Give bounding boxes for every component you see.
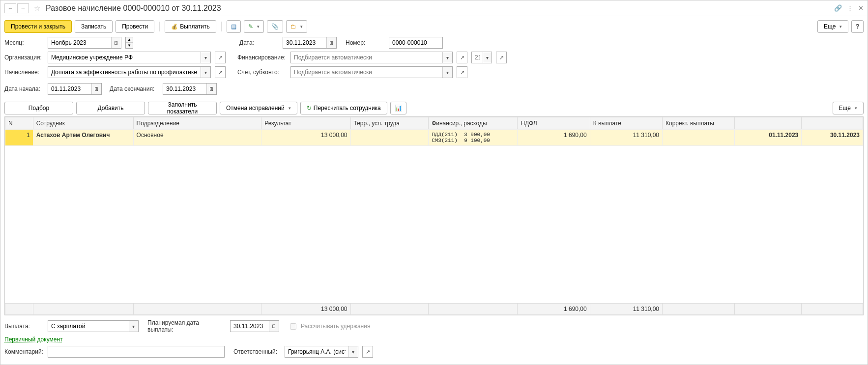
number-input[interactable] <box>389 37 442 48</box>
accrual-open-button[interactable]: ↗ <box>215 66 226 78</box>
total-topay: 11 310,00 <box>590 304 662 315</box>
link-icon[interactable]: 🔗 <box>834 4 842 12</box>
accrual-dropdown-button[interactable]: ▾ <box>201 67 210 78</box>
month-label: Месяц: <box>4 39 44 46</box>
col-correct[interactable]: Коррект. выплаты <box>663 117 735 129</box>
more-button[interactable]: Еще <box>817 20 848 33</box>
pencil-icon: ✎ <box>248 23 253 30</box>
create-basis-button[interactable]: ✎ <box>244 20 264 33</box>
save-button[interactable]: Записать <box>75 20 113 33</box>
accrual-input[interactable] <box>48 67 201 78</box>
calc-deductions-checkbox <box>290 323 296 330</box>
date-end-input[interactable] <box>163 84 206 94</box>
report-button[interactable]: ▤ <box>227 20 241 33</box>
cell-ndfl[interactable]: 1 690,00 <box>518 130 590 146</box>
paperclip-icon: 📎 <box>271 23 279 30</box>
page-title: Разовое начисление 0000-000010 от 30.11.… <box>46 4 834 13</box>
chart-icon: 📊 <box>395 105 402 112</box>
attach-button[interactable]: 📎 <box>267 20 283 33</box>
responsible-input[interactable] <box>285 346 348 357</box>
more-menu-icon[interactable]: ⋮ <box>847 4 853 12</box>
col-employee[interactable]: Сотрудник <box>33 117 133 129</box>
account-dropdown-button[interactable]: ▾ <box>442 67 452 78</box>
recalc-employee-button[interactable]: ↻ Пересчитать сотрудника <box>300 102 387 114</box>
col-dept[interactable]: Подразделение <box>133 117 261 129</box>
cell-employee[interactable]: Астахов Артем Олегович <box>33 130 133 146</box>
plan-date-calendar-button[interactable]: 🗓 <box>269 321 279 332</box>
chart-button[interactable]: 📊 <box>390 102 406 114</box>
primary-document-link[interactable]: Первичный документ <box>4 336 63 343</box>
responsible-open-button[interactable]: ↗ <box>362 346 373 358</box>
col-ndfl[interactable]: НДФЛ <box>518 117 590 129</box>
form-area: Месяц: 🗓 ▲ ▼ Дата: 🗓 Номер: Организация: <box>0 37 868 102</box>
cell-result[interactable]: 13 000,00 <box>261 130 350 146</box>
month-input[interactable] <box>48 37 111 48</box>
add-button[interactable]: Добавить <box>76 102 145 114</box>
col-terr[interactable]: Терр., усл. труда <box>350 117 429 129</box>
plan-date-input[interactable] <box>231 321 269 332</box>
grid-footer: 13 000,00 1 690,00 11 310,00 <box>5 303 863 315</box>
comment-label: Комментарий: <box>4 348 44 355</box>
cell-dept[interactable]: Основное <box>133 130 261 146</box>
grid-header: N Сотрудник Подразделение Результат Терр… <box>5 117 863 129</box>
date-start-input[interactable] <box>48 84 91 94</box>
col-result[interactable]: Результат <box>261 117 350 129</box>
account-label: Счет, субконто: <box>237 69 287 76</box>
month-stepper[interactable]: ▲ ▼ <box>125 37 133 49</box>
cancel-corrections-button[interactable]: Отмена исправлений <box>220 102 297 114</box>
pay-button[interactable]: Выплатить <box>165 20 216 33</box>
col-date2[interactable] <box>802 117 863 129</box>
cell-correct[interactable] <box>663 130 735 146</box>
close-icon[interactable]: ✕ <box>858 4 864 12</box>
col-n[interactable]: N <box>5 117 33 129</box>
finance-input[interactable] <box>291 52 442 63</box>
cell-n[interactable]: 1 <box>5 130 33 146</box>
responsible-dropdown-button[interactable]: ▾ <box>348 346 358 357</box>
payout-dropdown-button[interactable]: ▾ <box>129 321 138 332</box>
pick-button[interactable]: Подбор <box>4 102 73 114</box>
col-date1[interactable] <box>735 117 802 129</box>
cell-fin[interactable]: ПДД(211) 3 900,00 СМЗ(211) 9 100,00 <box>429 130 518 146</box>
col-fin[interactable]: Финансир., расходы <box>429 117 518 129</box>
print-button[interactable]: 🗀 <box>286 20 307 33</box>
date-calendar-button[interactable]: 🗓 <box>326 37 336 48</box>
month-calendar-button[interactable]: 🗓 <box>111 37 121 48</box>
account-open-button[interactable]: ↗ <box>457 66 467 78</box>
date-end-calendar-button[interactable]: 🗓 <box>206 84 216 94</box>
payout-input[interactable] <box>48 321 129 332</box>
finance-dropdown-button[interactable]: ▾ <box>442 52 452 63</box>
account-code-dropdown[interactable]: ▾ <box>483 52 492 63</box>
cell-topay[interactable]: 11 310,00 <box>590 130 662 146</box>
nav-back-button[interactable]: ← <box>4 3 16 13</box>
table-more-button[interactable]: Еще <box>833 102 864 114</box>
account-code-open-button[interactable]: ↗ <box>496 52 507 63</box>
nav-forward-button[interactable]: → <box>17 3 29 13</box>
org-open-button[interactable]: ↗ <box>215 52 226 63</box>
col-topay[interactable]: К выплате <box>590 117 662 129</box>
cell-d1[interactable]: 01.11.2023 <box>735 130 802 146</box>
post-button[interactable]: Провести <box>116 20 154 33</box>
cell-d2[interactable]: 30.11.2023 <box>802 130 863 146</box>
fill-indicators-button[interactable]: Заполнить показатели <box>148 102 217 114</box>
date-start-calendar-button[interactable]: 🗓 <box>91 84 101 94</box>
table-toolbar: Подбор Добавить Заполнить показатели Отм… <box>0 102 868 116</box>
month-up-button[interactable]: ▲ <box>126 37 133 43</box>
date-input[interactable] <box>283 37 326 48</box>
org-dropdown-button[interactable]: ▾ <box>201 52 210 63</box>
grid-body-table: 1 Астахов Артем Олегович Основное 13 000… <box>5 129 863 146</box>
pay-icon <box>171 23 178 30</box>
comment-input[interactable] <box>48 346 224 357</box>
account-input[interactable] <box>291 67 442 78</box>
account-code-input[interactable] <box>472 52 483 63</box>
help-button[interactable]: ? <box>851 20 864 33</box>
finance-open-button[interactable]: ↗ <box>457 52 467 63</box>
org-input[interactable] <box>48 52 201 63</box>
responsible-label: Ответственный: <box>233 348 281 355</box>
cell-terr[interactable] <box>350 130 429 146</box>
post-and-close-button[interactable]: Провести и закрыть <box>4 20 72 33</box>
date-label: Дата: <box>239 39 279 46</box>
total-result: 13 000,00 <box>261 304 350 315</box>
favorite-star-icon[interactable]: ☆ <box>32 4 42 13</box>
month-down-button[interactable]: ▼ <box>126 43 133 48</box>
table-row[interactable]: 1 Астахов Артем Олегович Основное 13 000… <box>5 130 863 146</box>
